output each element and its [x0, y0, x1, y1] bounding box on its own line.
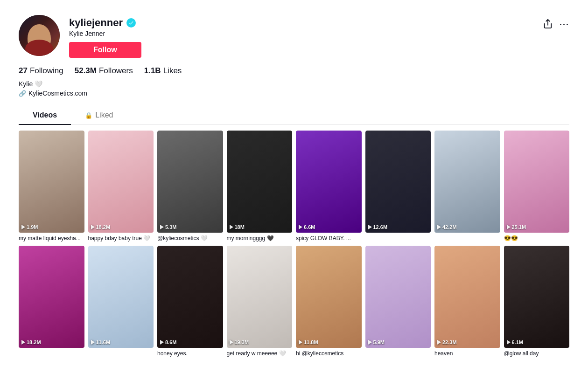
followers-label: Followers [99, 66, 133, 76]
view-count: 5.3M [165, 224, 176, 230]
follow-button[interactable]: Follow [69, 42, 141, 58]
tabs-container: Videos 🔒 Liked [19, 106, 569, 125]
share-icon[interactable] [543, 19, 553, 31]
video-card[interactable]: 5.3M @kyliecosmetics 🤍 [157, 131, 223, 242]
lock-icon: 🔒 [85, 112, 92, 119]
video-card[interactable]: 18.2M happy bday baby true 🤍 [88, 131, 154, 242]
video-card[interactable]: 6.6M spicy GLOW BABY. ... [296, 131, 362, 242]
video-caption: spicy GLOW BABY. ... [296, 235, 362, 242]
view-count: 8.6M [165, 339, 176, 345]
video-card[interactable]: 18.2M [19, 246, 84, 357]
followers-count: 52.3M [75, 66, 97, 76]
video-card[interactable]: 6.1M @glow all day [504, 246, 570, 357]
video-card[interactable]: 25.1M 😎😎 [504, 131, 570, 242]
view-count: 11.6M [96, 339, 111, 345]
video-caption: my matte liquid eyesha... [19, 235, 84, 242]
more-options-icon[interactable]: ··· [560, 20, 569, 30]
stats-row: 27 Following 52.3M Followers 1.1B Likes [19, 66, 569, 76]
video-caption: @kyliecosmetics 🤍 [157, 235, 223, 242]
video-caption: happy bday baby true 🤍 [88, 235, 154, 242]
view-count: 1.9M [27, 224, 38, 230]
video-card[interactable]: 19.3M get ready w meeeee 🤍 [227, 246, 293, 357]
video-card[interactable]: 11.8M hi @kyliecosmetics [296, 246, 362, 357]
video-card[interactable]: 18M my morningggg 🖤 [227, 131, 293, 242]
view-count: 6.6M [304, 224, 315, 230]
view-count: 22.3M [442, 339, 457, 345]
view-count: 18.2M [27, 339, 41, 345]
username: kyliejenner [69, 17, 123, 29]
video-caption: honey eyes. [157, 350, 223, 358]
view-count: 18.2M [96, 224, 111, 230]
video-caption: heaven [434, 350, 500, 358]
avatar [19, 15, 60, 56]
video-card[interactable]: 42.2M [434, 131, 500, 242]
view-count: 18M [235, 224, 245, 230]
profile-actions: ··· [543, 19, 569, 31]
tab-videos[interactable]: Videos [19, 106, 71, 125]
view-count: 6.1M [512, 339, 523, 345]
video-card[interactable]: 11.6M [88, 246, 154, 357]
link-icon: 🔗 [19, 90, 26, 97]
likes-count: 1.1B [144, 66, 161, 76]
video-caption: my morningggg 🖤 [227, 235, 293, 242]
video-card[interactable]: 5.9M [365, 246, 431, 357]
view-count: 5.9M [373, 339, 385, 345]
view-count: 11.8M [304, 339, 318, 345]
video-caption: hi @kyliecosmetics [296, 350, 362, 358]
video-caption: @glow all day [504, 350, 570, 358]
following-stat: 27 Following [19, 66, 63, 76]
verified-badge [126, 18, 136, 28]
videos-grid: 1.9M my matte liquid eyesha... 18.2M hap… [0, 125, 588, 367]
view-count: 19.3M [235, 339, 249, 345]
view-count: 12.6M [373, 224, 388, 230]
video-card[interactable]: 12.6M [365, 131, 431, 242]
likes-label: Likes [163, 66, 182, 76]
video-card[interactable]: 22.3M heaven [434, 246, 500, 357]
likes-stat: 1.1B Likes [144, 66, 182, 76]
tab-liked[interactable]: 🔒 Liked [71, 106, 127, 125]
video-caption: 😎😎 [504, 235, 570, 242]
website-row: 🔗 KylieCosmetics.com [19, 90, 569, 97]
followers-stat: 52.3M Followers [75, 66, 133, 76]
video-caption: get ready w meeeee 🤍 [227, 350, 293, 358]
following-count: 27 [19, 66, 28, 76]
view-count: 25.1M [512, 224, 526, 230]
profile-info: kyliejenner Kylie Jenner Follow [69, 15, 533, 58]
following-label: Following [30, 66, 63, 76]
display-name: Kylie Jenner [69, 30, 533, 37]
video-card[interactable]: 8.6M honey eyes. [157, 246, 223, 357]
video-card[interactable]: 1.9M my matte liquid eyesha... [19, 131, 84, 242]
website-link[interactable]: KylieCosmetics.com [28, 90, 87, 97]
view-count: 42.2M [442, 224, 457, 230]
bio-text: Kylie 🤍 [19, 80, 569, 88]
